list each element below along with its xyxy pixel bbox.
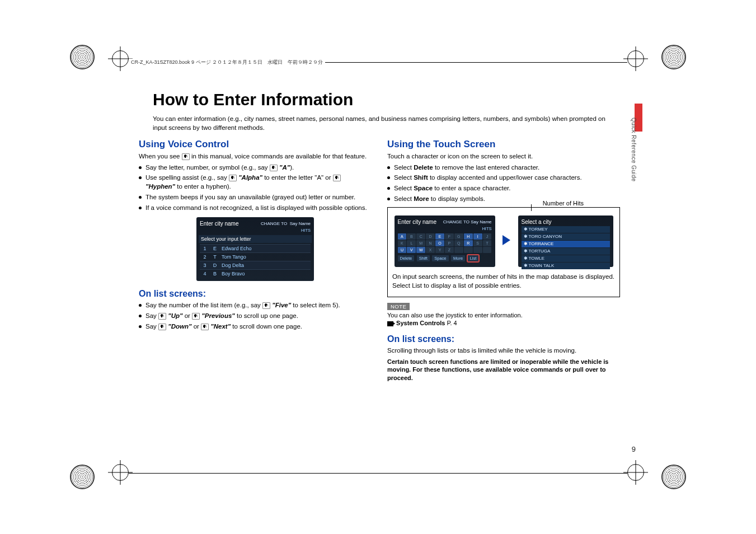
registration-mark [112, 464, 129, 481]
heading-list-right: On list screens: [387, 334, 620, 344]
print-corner-swatch [661, 45, 686, 69]
note-tag: NOTE [387, 303, 410, 310]
voice-bullet-3: The system beeps if you say an unavailab… [139, 193, 372, 202]
voice-intro: When you see in this manual, voice comma… [139, 152, 372, 161]
kb-space: Space [432, 255, 448, 261]
list-bullet-3: Say "Down" or "Next" to scroll down one … [139, 322, 372, 331]
note-text: You can also use the joystick to enter i… [387, 312, 620, 318]
voice-bullet-2: Use spelling assist (e.g., say "Alpha" t… [139, 174, 372, 191]
arrow-right-icon [503, 235, 510, 245]
intro-text: You can enter information (e.g., city na… [153, 115, 620, 132]
voice-bullet-4: If a voice command is not recognized, a … [139, 204, 372, 213]
shot-prompt: Select your input letter [199, 235, 312, 243]
print-corner-swatch [661, 465, 686, 489]
voice-icon [158, 313, 166, 320]
page-number: 9 [632, 445, 636, 453]
heading-voice: Using Voice Control [139, 139, 372, 150]
voice-icon [270, 165, 278, 171]
kb-shift: Shift [417, 255, 430, 261]
kb-delete: Delete [398, 255, 415, 261]
registration-mark [627, 464, 644, 481]
shot-title: Enter city name [200, 221, 238, 227]
heading-list-left: On list screens: [139, 289, 372, 299]
list-para-right: Scrolling through lists or tabs is limit… [387, 346, 620, 355]
hits-callout-label: Number of Hits [541, 200, 586, 207]
voice-icon [333, 175, 341, 181]
heading-touch: Using the Touch Screen [387, 139, 620, 150]
nav-screenshot-city-list: Select a city ✱ TORMEY✱ TORO CANYON✱ TOR… [518, 216, 613, 267]
kb-list: List [468, 255, 479, 261]
kb-more: More [451, 255, 465, 261]
voice-icon [201, 324, 209, 330]
print-corner-swatch [70, 45, 95, 69]
hits-callout-box: Number of Hits Enter city name CHANGE TO… [387, 207, 620, 297]
registration-mark [627, 50, 644, 67]
nav-screenshot-keyboard: Enter city name CHANGE TO Say Name HITS … [395, 216, 495, 267]
shot-phonetic-table: 1EEdward Echo2TTom Tango3DDog Delta4BBoy… [200, 244, 311, 278]
voice-icon [192, 313, 200, 320]
list-bullet-2: Say "Up" or "Previous" to scroll up one … [139, 312, 372, 321]
warning-text: Certain touch screen functions are limit… [387, 358, 620, 383]
header-print-strip: CR-Z_KA-31SZT820.book 9 ページ ２０１２年８月１５日 水… [129, 59, 627, 66]
voice-icon [158, 324, 166, 330]
registration-mark [112, 50, 129, 67]
voice-icon [262, 302, 270, 309]
voice-icon [229, 175, 237, 181]
touch-intro: Touch a character or icon on the screen … [387, 152, 620, 161]
voice-bullet-1: Say the letter, number, or symbol (e.g.,… [139, 163, 372, 172]
callout-leader [531, 204, 532, 211]
touch-bullet-space: Select Space to enter a space character. [387, 184, 620, 193]
print-corner-swatch [70, 465, 95, 489]
header-strip-text: CR-Z_KA-31SZT820.book 9 ページ ２０１２年８月１５日 水… [129, 59, 325, 66]
page-title: How to Enter Information [153, 90, 620, 109]
link-icon [387, 321, 393, 326]
touch-bullet-shift: Select Shift to display accented and upp… [387, 174, 620, 182]
hits-caption: On input search screens, the number of h… [392, 273, 615, 290]
nav-screenshot-voice-list: Enter city name CHANGE TO Say Name HITS … [196, 217, 314, 281]
note-link: System Controls P. 4 [387, 320, 620, 326]
touch-bullet-delete: Select Delete to remove the last entered… [387, 163, 620, 172]
voice-icon [182, 153, 190, 160]
side-label: Quick Reference Guide [631, 118, 637, 181]
list-bullet-1: Say the number of the list item (e.g., s… [139, 301, 372, 310]
